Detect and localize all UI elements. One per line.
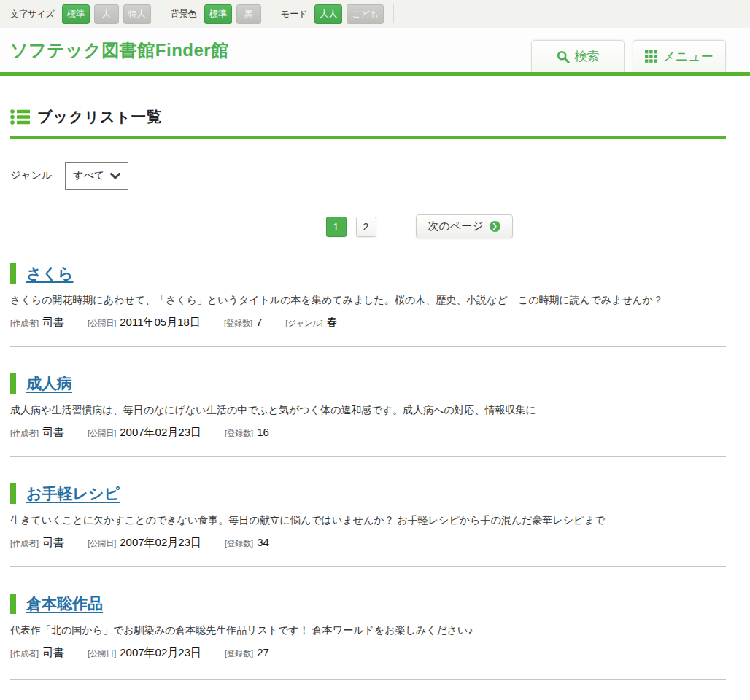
booklist-title-row: さくら bbox=[10, 263, 726, 284]
booklist-title-row: お手軽レシピ bbox=[10, 483, 726, 504]
bg-color-group: 背景色 標準 黒 bbox=[171, 4, 261, 24]
meta-genre: [ジャンル] 春 bbox=[285, 316, 337, 330]
bg-color-label: 背景色 bbox=[171, 8, 197, 20]
search-icon bbox=[557, 50, 570, 63]
meta-published: [公開日] 2007年02月23日 bbox=[88, 646, 201, 660]
toolbar-divider bbox=[271, 4, 271, 23]
mode-group: モード 大人 こども bbox=[281, 4, 384, 24]
header-buttons: 検索 メニュー bbox=[531, 40, 726, 72]
booklist-title-row: 成人病 bbox=[10, 373, 726, 394]
booklist-meta: [作成者] 司書 [公開日] 2011年05月18日 [登録数] 7 [ジャンル… bbox=[10, 316, 726, 330]
genre-label: ジャンル bbox=[10, 169, 52, 182]
booklist-description: 生きていくことに欠かすことのできない食事。毎日の献立に悩んではいませんか？ お手… bbox=[10, 513, 726, 527]
arrow-right-icon: ❯ bbox=[490, 221, 500, 232]
toolbar-divider bbox=[393, 4, 394, 23]
page-title: ブックリスト一覧 bbox=[37, 107, 162, 127]
menu-grid-icon bbox=[645, 50, 657, 63]
booklist-description: 成人病や生活習慣病は、毎日のなにげない生活の中でふと気がつく体の違和感です。成人… bbox=[10, 403, 726, 417]
meta-count: [登録数] 34 bbox=[225, 536, 269, 549]
menu-button[interactable]: メニュー bbox=[633, 40, 726, 72]
green-bar bbox=[10, 594, 16, 614]
font-size-label: 文字サイズ bbox=[10, 8, 55, 20]
separator bbox=[10, 566, 726, 567]
mode-kids-button[interactable]: こども bbox=[347, 4, 384, 24]
separator bbox=[10, 679, 726, 680]
booklist-description: 代表作「北の国から」でお馴染みの倉本聡先生作品リストです！ 倉本ワールドをお楽し… bbox=[10, 623, 726, 637]
next-page-button[interactable]: 次のページ ❯ bbox=[416, 214, 513, 238]
genre-selected-value: すべて bbox=[73, 169, 104, 182]
booklist-meta: [作成者] 司書 [公開日] 2007年02月23日 [登録数] 16 bbox=[10, 426, 726, 440]
meta-count: [登録数] 7 bbox=[224, 316, 262, 329]
next-page-label: 次のページ bbox=[428, 219, 483, 233]
meta-author: [作成者] 司書 bbox=[10, 316, 64, 330]
meta-count: [登録数] 27 bbox=[225, 646, 269, 659]
font-size-group: 文字サイズ 標準 大 特大 bbox=[10, 4, 151, 24]
font-size-xlarge-button[interactable]: 特大 bbox=[123, 4, 151, 24]
menu-button-label: メニュー bbox=[662, 48, 713, 65]
page-2-button[interactable]: 2 bbox=[356, 217, 376, 237]
genre-select[interactable]: すべて bbox=[65, 162, 128, 190]
chevron-down-icon bbox=[110, 173, 120, 179]
search-button-label: 検索 bbox=[575, 48, 600, 65]
booklist-meta: [作成者] 司書 [公開日] 2007年02月23日 [登録数] 27 bbox=[10, 646, 726, 660]
green-bar bbox=[10, 373, 16, 394]
booklist-description: さくらの開花時期にあわせて、「さくら」というタイトルの本を集めてみました。桜の木… bbox=[10, 293, 726, 307]
toolbar-divider bbox=[161, 4, 161, 23]
booklist-icon bbox=[10, 109, 30, 125]
page-1-button[interactable]: 1 bbox=[326, 217, 347, 237]
meta-published: [公開日] 2011年05月18日 bbox=[88, 316, 201, 330]
meta-published: [公開日] 2007年02月23日 bbox=[88, 426, 201, 440]
green-bar bbox=[10, 483, 16, 504]
separator bbox=[10, 346, 726, 347]
meta-author: [作成者] 司書 bbox=[10, 536, 64, 550]
meta-author: [作成者] 司書 bbox=[10, 426, 64, 440]
booklist-item: お手軽レシピ 生きていくことに欠かすことのできない食事。毎日の献立に悩んではいま… bbox=[10, 483, 726, 550]
meta-author: [作成者] 司書 bbox=[10, 646, 64, 660]
bg-color-standard-button[interactable]: 標準 bbox=[204, 4, 232, 24]
font-size-large-button[interactable]: 大 bbox=[94, 4, 119, 24]
main-content: ブックリスト一覧 ジャンル すべて 1 2 次のページ ❯ さくら さくらの開花… bbox=[10, 107, 726, 680]
page-title-block: ブックリスト一覧 bbox=[10, 107, 726, 139]
meta-count: [登録数] 16 bbox=[225, 426, 269, 439]
mode-adult-button[interactable]: 大人 bbox=[314, 4, 342, 24]
booklist-item: 成人病 成人病や生活習慣病は、毎日のなにげない生活の中でふと気がつく体の違和感で… bbox=[10, 373, 726, 440]
pagination: 1 2 次のページ ❯ bbox=[61, 214, 750, 238]
booklist-link[interactable]: さくら bbox=[26, 263, 73, 284]
site-header: ソフテック図書館Finder館 検索 メニュー bbox=[0, 28, 750, 76]
separator bbox=[10, 456, 726, 457]
site-title[interactable]: ソフテック図書館Finder館 bbox=[10, 39, 229, 62]
booklist-meta: [作成者] 司書 [公開日] 2007年02月23日 [登録数] 34 bbox=[10, 536, 726, 550]
booklist-item: 倉本聡作品 代表作「北の国から」でお馴染みの倉本聡先生作品リストです！ 倉本ワー… bbox=[10, 594, 726, 660]
font-size-standard-button[interactable]: 標準 bbox=[62, 4, 90, 24]
accessibility-toolbar: 文字サイズ 標準 大 特大 背景色 標準 黒 モード 大人 こども bbox=[0, 0, 750, 28]
booklist-link[interactable]: お手軽レシピ bbox=[26, 483, 120, 504]
booklist-title-row: 倉本聡作品 bbox=[10, 594, 726, 614]
meta-published: [公開日] 2007年02月23日 bbox=[88, 536, 201, 550]
search-button[interactable]: 検索 bbox=[531, 40, 625, 72]
booklist-link[interactable]: 倉本聡作品 bbox=[26, 594, 103, 614]
genre-filter-row: ジャンル すべて bbox=[10, 162, 726, 190]
mode-label: モード bbox=[281, 8, 308, 20]
booklist-item: さくら さくらの開花時期にあわせて、「さくら」というタイトルの本を集めてみました… bbox=[10, 263, 726, 330]
green-bar bbox=[10, 263, 16, 284]
bg-color-black-button[interactable]: 黒 bbox=[236, 4, 261, 24]
booklist-link[interactable]: 成人病 bbox=[26, 373, 72, 394]
